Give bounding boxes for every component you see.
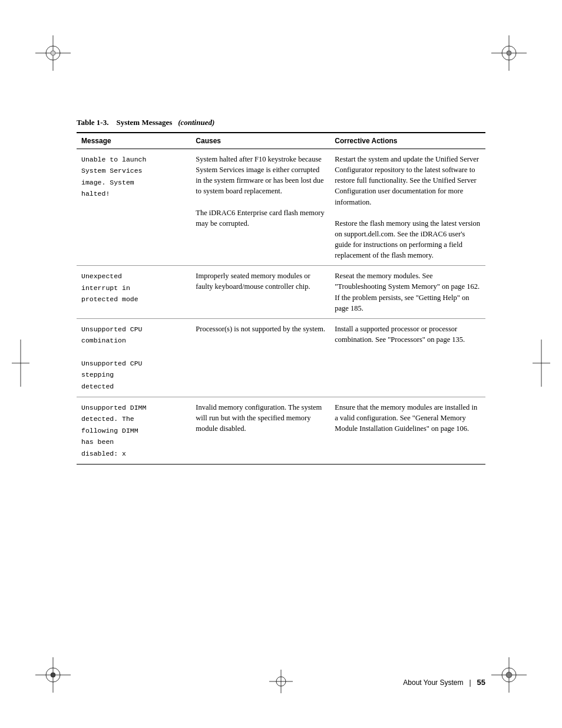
corrective-cell: Install a supported processor or process… — [330, 318, 485, 397]
causes-text: Processor(s) is not supported by the sys… — [196, 324, 325, 334]
corrective-text-2: Restore the flash memory using the lates… — [335, 218, 481, 261]
message-text: Unexpectedinterrupt inprotected mode — [81, 272, 138, 303]
table-row: Unsupported CPUcombinationUnsupported CP… — [77, 318, 485, 397]
footer-separator: | — [469, 678, 471, 687]
col-message: Message — [77, 133, 191, 149]
corner-mark-br — [491, 657, 527, 693]
causes-text: Invalid memory configuration. The system… — [196, 402, 325, 434]
corner-mark-tl — [35, 35, 71, 71]
corner-mark-bl — [35, 657, 71, 693]
svg-point-7 — [507, 51, 511, 55]
page: Table 1-3. System Messages (continued) M… — [0, 0, 562, 728]
message-cell: Unsupported DIMMdetected. Thefollowing D… — [77, 397, 191, 465]
table-title: Table 1-3. System Messages (continued) — [77, 118, 485, 127]
page-footer: About Your System | 55 — [77, 678, 485, 687]
causes-text: Improperly seated memory modules or faul… — [196, 271, 325, 292]
system-messages-table: Message Causes Corrective Actions Unable… — [77, 132, 485, 465]
causes-cell: Improperly seated memory modules or faul… — [191, 266, 330, 319]
corrective-text: Reseat the memory modules. See "Troubles… — [335, 271, 481, 314]
table-row: Unexpectedinterrupt inprotected mode Imp… — [77, 266, 485, 319]
footer-section: About Your System — [403, 678, 463, 687]
corrective-text: Install a supported processor or process… — [335, 324, 481, 345]
message-cell: Unexpectedinterrupt inprotected mode — [77, 266, 191, 319]
table-name: System Messages — [116, 118, 172, 127]
col-corrective: Corrective Actions — [330, 133, 485, 149]
corrective-text-1: Restart the system and update the Unifie… — [335, 154, 481, 207]
message-text: Unable to launchSystem Servicesimage. Sy… — [81, 156, 146, 197]
side-mark-right — [533, 340, 550, 389]
causes-cell: Invalid memory configuration. The system… — [191, 397, 330, 465]
message-cell: Unable to launchSystem Servicesimage. Sy… — [77, 149, 191, 266]
table-number: Table 1-3. — [77, 118, 108, 127]
svg-point-3 — [51, 51, 55, 55]
corner-mark-tr — [491, 35, 527, 71]
causes-cell: Processor(s) is not supported by the sys… — [191, 318, 330, 397]
svg-point-11 — [51, 673, 55, 677]
svg-point-15 — [506, 672, 512, 678]
message-text: Unsupported CPUcombinationUnsupported CP… — [81, 325, 143, 390]
causes-cell: System halted after F10 keystroke becaus… — [191, 149, 330, 266]
corrective-text: Ensure that the memory modules are insta… — [335, 402, 481, 434]
table-row: Unable to launchSystem Servicesimage. Sy… — [77, 149, 485, 266]
corrective-cell: Reseat the memory modules. See "Troubles… — [330, 266, 485, 319]
causes-text-1: System halted after F10 keystroke becaus… — [196, 154, 325, 197]
table-header-row: Message Causes Corrective Actions — [77, 133, 485, 149]
col-causes: Causes — [191, 133, 330, 149]
table-row: Unsupported DIMMdetected. Thefollowing D… — [77, 397, 485, 465]
table-name-suffix: (continued) — [178, 118, 214, 127]
causes-text-2: The iDRAC6 Enterprise card flash memory … — [196, 207, 325, 229]
message-text: Unsupported DIMMdetected. Thefollowing D… — [81, 404, 146, 457]
main-content: Table 1-3. System Messages (continued) M… — [77, 118, 485, 657]
corrective-cell: Restart the system and update the Unifie… — [330, 149, 485, 266]
side-mark-left — [12, 340, 29, 389]
footer-page-number: 55 — [477, 678, 485, 687]
corrective-cell: Ensure that the memory modules are insta… — [330, 397, 485, 465]
message-cell: Unsupported CPUcombinationUnsupported CP… — [77, 318, 191, 397]
